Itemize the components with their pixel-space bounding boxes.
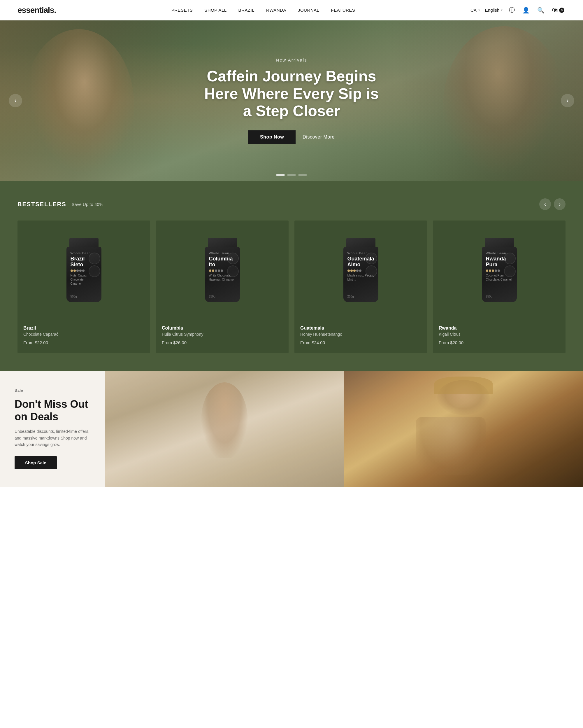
hero-next-button[interactable]: › <box>561 94 574 107</box>
coffee-bag-circles-4 <box>504 253 516 277</box>
country-label: CA <box>470 7 477 12</box>
country-chevron-icon: ▾ <box>478 8 480 12</box>
image-overlay-1 <box>105 371 344 487</box>
sale-image-2-placeholder <box>344 371 583 487</box>
product-price-brazil: From $22.00 <box>23 340 144 345</box>
product-region-brazil: Brazil <box>23 326 144 331</box>
nav-link-journal[interactable]: JOURNAL <box>298 7 320 12</box>
circle-2-4 <box>504 265 516 277</box>
star-5 <box>498 269 500 272</box>
search-button[interactable]: 🔍 <box>536 5 546 15</box>
sale-images <box>105 371 583 487</box>
bag-stars-brazil <box>71 269 85 272</box>
nav-link-rwanda[interactable]: RWANDA <box>266 7 286 12</box>
shop-now-button[interactable]: Shop Now <box>248 130 296 144</box>
circle-1-2 <box>227 253 239 264</box>
cart-button[interactable]: 🛍 0 <box>551 5 565 15</box>
bag-weight-rwanda: 250g <box>486 295 492 298</box>
product-card-columbia[interactable]: Whole Bean ColumbiaIto White Chocolate,H… <box>156 220 288 353</box>
coffee-bag-top-4 <box>485 238 514 247</box>
hero-dot-2[interactable] <box>287 175 296 176</box>
hero-dots <box>276 175 307 176</box>
nav-link-shop-all[interactable]: SHOP ALL <box>204 7 226 12</box>
star-2 <box>351 269 353 272</box>
coffee-bag-top-3 <box>346 238 376 247</box>
sale-image-1 <box>105 371 344 487</box>
product-price-guatemala: From $24.00 <box>300 340 421 345</box>
hero-prev-button[interactable]: ‹ <box>9 94 22 107</box>
hero-content: New Arrivals Caffein Journey Begins Here… <box>190 57 393 144</box>
bag-label-columbia: Whole Bean <box>209 252 229 255</box>
product-price-columbia: From $26.00 <box>162 340 283 345</box>
nav-item-journal[interactable]: JOURNAL <box>298 7 320 13</box>
main-nav: PRESETS SHOP ALL BRAZIL RWANDA JOURNAL F… <box>171 7 355 13</box>
sale-content: Sale Don't Miss Out on Deals Unbeatable … <box>0 371 105 487</box>
circle-1-4 <box>504 253 516 264</box>
star-3 <box>492 269 494 272</box>
nav-link-features[interactable]: FEATURES <box>331 7 355 12</box>
hero-dot-1[interactable] <box>276 175 285 176</box>
circle-2-3 <box>365 265 377 277</box>
star-4 <box>218 269 220 272</box>
product-image-columbia: Whole Bean ColumbiaIto White Chocolate,H… <box>156 220 288 320</box>
product-card-brazil[interactable]: Whole Bean BrazilSieto Nuts, Cacao, Choc… <box>18 220 150 353</box>
products-next-button[interactable]: › <box>554 198 565 210</box>
star-5 <box>221 269 223 272</box>
hero-dot-3[interactable] <box>298 175 307 176</box>
country-selector[interactable]: CA ▾ <box>470 7 480 12</box>
products-prev-button[interactable]: ‹ <box>539 198 551 210</box>
coffee-bag-body-3: Whole Bean GuatemalaAlmo Maple syrup, Pe… <box>343 247 378 302</box>
cart-icon: 🛍 <box>552 7 558 14</box>
star-1 <box>209 269 211 272</box>
coffee-bag-top-2 <box>208 238 237 247</box>
coffee-bag-body: Whole Bean BrazilSieto Nuts, Cacao, Choc… <box>66 247 102 302</box>
sale-section: Sale Don't Miss Out on Deals Unbeatable … <box>0 371 583 487</box>
nav-item-brazil[interactable]: BRAZIL <box>239 7 255 13</box>
shop-sale-button[interactable]: Shop Sale <box>15 456 57 469</box>
star-4 <box>356 269 359 272</box>
sale-image-1-placeholder <box>105 371 344 487</box>
image-overlay-2 <box>344 371 583 487</box>
nav-item-shop-all[interactable]: SHOP ALL <box>204 7 226 13</box>
nav-item-features[interactable]: FEATURES <box>331 7 355 13</box>
sale-description: Unbeatable discounts, limited-time offer… <box>15 428 90 448</box>
star-2 <box>489 269 491 272</box>
bag-weight-brazil: 500g <box>71 295 77 298</box>
coffee-bag-circles-3 <box>365 253 377 277</box>
coffee-bag-guatemala: Whole Bean GuatemalaAlmo Maple syrup, Pe… <box>340 238 381 302</box>
help-button[interactable]: ⓘ <box>508 5 516 15</box>
star-1 <box>486 269 488 272</box>
nav-link-presets[interactable]: PRESETS <box>171 7 193 12</box>
product-region-guatemala: Guatemala <box>300 326 421 331</box>
nav-item-presets[interactable]: PRESETS <box>171 7 193 13</box>
search-icon: 🔍 <box>537 7 545 14</box>
navbar-right: CA ▾ English ▾ ⓘ 👤 🔍 🛍 0 <box>470 5 565 15</box>
product-card-rwanda[interactable]: Whole Bean RwandaPura Coconut Rum,Chocol… <box>433 220 565 353</box>
bag-label-rwanda: Whole Bean <box>486 252 506 255</box>
circle-2-2 <box>227 265 239 277</box>
nav-item-rwanda[interactable]: RWANDA <box>266 7 286 13</box>
discover-more-button[interactable]: Discover More <box>303 134 335 140</box>
navbar: essentials. PRESETS SHOP ALL BRAZIL RWAN… <box>0 0 583 20</box>
section-header-left: BESTSELLERS Save Up to 40% <box>18 201 103 208</box>
hero-person-left-figure <box>23 29 134 181</box>
brand-logo[interactable]: essentials. <box>18 5 56 15</box>
bag-name-brazil: BrazilSieto <box>71 256 85 268</box>
coffee-bag-body-4: Whole Bean RwandaPura Coconut Rum,Chocol… <box>482 247 517 302</box>
section-nav: ‹ › <box>539 198 565 210</box>
product-card-guatemala[interactable]: Whole Bean GuatemalaAlmo Maple syrup, Pe… <box>295 220 427 353</box>
section-subtitle: Save Up to 40% <box>72 202 103 207</box>
product-name-columbia: Huila Citrus Symphony <box>162 332 283 337</box>
star-2 <box>212 269 214 272</box>
account-button[interactable]: 👤 <box>521 5 531 15</box>
bag-stars-guatemala <box>348 269 361 272</box>
language-selector[interactable]: English ▾ <box>485 7 503 12</box>
bag-label-brazil: Whole Bean <box>71 252 91 255</box>
coffee-bag-rwanda: Whole Bean RwandaPura Coconut Rum,Chocol… <box>479 238 520 302</box>
bag-stars-rwanda <box>486 269 500 272</box>
coffee-bag-brazil: Whole Bean BrazilSieto Nuts, Cacao, Choc… <box>63 238 104 302</box>
product-name-brazil: Chocolate Caparaó <box>23 332 144 337</box>
nav-link-brazil[interactable]: BRAZIL <box>239 7 255 12</box>
bag-weight-guatemala: 250g <box>348 295 354 298</box>
bag-name-rwanda: RwandaPura <box>486 256 506 268</box>
